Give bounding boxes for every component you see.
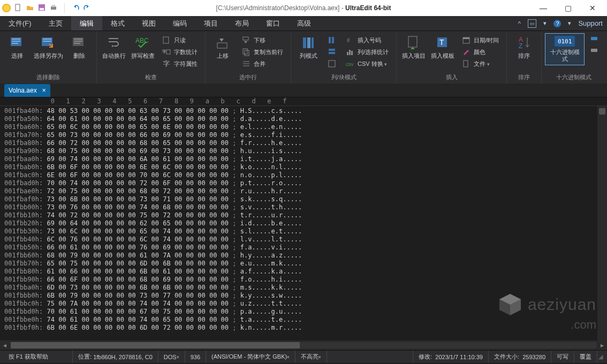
datetime-button[interactable]: 日期/时间 <box>459 35 502 45</box>
file-tab-active[interactable]: Volna.aex × <box>4 84 50 97</box>
copy-current-line-button[interactable]: 复制当前行 <box>239 47 286 57</box>
open-file-icon[interactable] <box>26 3 34 12</box>
select-button[interactable]: 选择 <box>3 33 31 62</box>
hex-small-a[interactable] <box>587 35 602 45</box>
svg-rect-34 <box>347 52 348 55</box>
status-highlight[interactable]: 不高亮 <box>295 351 327 363</box>
hex-line[interactable]: 001fbba0h: 6D 00 73 00 00 00 00 00 6B 00… <box>4 284 597 292</box>
hex-line[interactable]: 001fbaa0h: 69 00 74 00 00 00 00 00 6A 00… <box>4 155 597 163</box>
dropdown-icon[interactable]: ▾ <box>541 19 549 28</box>
vertical-scrollbar[interactable] <box>597 106 607 340</box>
hex-line[interactable]: 001fbad0h: 70 00 74 00 00 00 00 00 72 00… <box>4 179 597 187</box>
merge-button[interactable]: 合并 <box>239 59 286 69</box>
ribbon-tab[interactable]: 项目 <box>195 16 226 31</box>
hex-editor[interactable]: 001fba40h: 48 00 53 00 00 00 00 00 63 00… <box>0 106 597 340</box>
ribbon-tab[interactable]: 文件(F) <box>0 16 40 31</box>
color-button[interactable]: 颜色 <box>459 47 502 57</box>
save-selection-as-button[interactable]: 选择另存为 <box>32 33 64 62</box>
scroll-right-icon[interactable]: ▸ <box>597 342 607 349</box>
dropdown2-icon[interactable]: ▾ <box>565 19 574 28</box>
collapse-ribbon-icon[interactable]: ^ <box>515 19 523 28</box>
hex-line[interactable]: 001fba90h: 68 00 75 00 00 00 00 00 69 00… <box>4 147 597 155</box>
help-icon[interactable]: ? <box>553 20 561 27</box>
hex-line[interactable]: 001fbb30h: 73 00 6C 00 00 00 00 00 65 00… <box>4 228 597 236</box>
small-icon-c[interactable] <box>324 59 339 69</box>
ribbon-tab[interactable]: 窗口 <box>257 16 289 31</box>
delete-button[interactable]: 删除 <box>65 33 93 62</box>
hex-line[interactable]: 001fbae0h: 72 00 75 00 00 00 00 00 68 00… <box>4 187 597 195</box>
redo-icon[interactable] <box>83 3 92 12</box>
small-icon-b[interactable] <box>324 47 339 57</box>
hex-line[interactable]: 001fba70h: 65 00 73 00 00 00 00 00 66 00… <box>4 131 597 139</box>
status-modify: 修改: 2023/1/7 11:10:39 <box>413 351 489 363</box>
status-overwrite[interactable]: 覆盖 <box>574 351 597 363</box>
hex-line[interactable]: 001fbaf0h: 73 00 6B 00 00 00 00 00 73 00… <box>4 195 597 203</box>
maximize-button[interactable]: ▢ <box>556 0 580 16</box>
hex-line[interactable]: 001fbb40h: 6C 00 76 00 00 00 00 00 6C 00… <box>4 236 597 244</box>
hex-line[interactable]: 001fbb20h: 69 00 64 00 00 00 00 00 62 00… <box>4 219 597 228</box>
quick-access-toolbar <box>14 3 92 13</box>
ribbon-tab[interactable]: 编辑 <box>71 16 102 31</box>
hex-line[interactable]: 001fbb80h: 61 00 66 00 00 00 00 00 6B 00… <box>4 268 597 276</box>
undo-icon[interactable] <box>71 3 80 12</box>
fontprop-button[interactable]: 字 字符属性 <box>159 59 201 69</box>
minimize-button[interactable]: — <box>531 0 556 16</box>
horizontal-scrollbar[interactable]: ◂ ▸ <box>0 340 607 350</box>
status-write[interactable]: 可写 <box>551 351 574 363</box>
ribbon-tab[interactable]: 视图 <box>133 16 164 31</box>
hex-line[interactable]: 001fba60h: 65 00 6C 00 00 00 00 00 65 00… <box>4 123 597 131</box>
hex-line[interactable]: 001fba80h: 66 00 72 00 00 00 00 00 68 00… <box>4 139 597 147</box>
status-encoding[interactable]: (ANSI/OEM - 简体中文 GBK) <box>206 351 295 363</box>
hex-line[interactable]: 001fbb60h: 68 00 79 00 00 00 00 00 61 00… <box>4 252 597 260</box>
hex-line[interactable]: 001fbbf0h: 6B 00 6E 00 00 00 00 00 6D 00… <box>4 324 597 332</box>
close-button[interactable]: ✕ <box>580 0 605 16</box>
ribbon-tab[interactable]: 高级 <box>289 16 320 31</box>
hex-line[interactable]: 001fba40h: 48 00 53 00 00 00 00 00 63 00… <box>4 107 597 115</box>
spellcheck-button[interactable]: ABC 拼写检查 <box>129 33 157 62</box>
insert-number-button[interactable]: # 插入号码 <box>343 35 392 45</box>
hex-line[interactable]: 001fbbe0h: 74 00 61 00 00 00 00 00 74 00… <box>4 316 597 324</box>
column-select-stat-button[interactable]: 列/选择统计 <box>343 47 392 57</box>
insert-item-button[interactable]: 插入项目 <box>400 33 428 62</box>
layout-icon[interactable]: ▭ <box>528 19 536 28</box>
hex-small-b[interactable] <box>587 47 602 57</box>
ribbon-tab[interactable]: 主页 <box>40 16 71 31</box>
hex-line[interactable]: 001fbb50h: 66 00 61 00 00 00 00 00 76 00… <box>4 244 597 252</box>
autowrap-button[interactable]: 自动换行 <box>100 33 128 62</box>
hex-line[interactable]: 001fbab0h: 6B 00 6F 00 00 00 00 00 6E 00… <box>4 163 597 171</box>
status-eol[interactable]: DOS <box>158 351 185 363</box>
hex-line[interactable]: 001fbac0h: 6E 00 6F 00 00 00 00 00 70 00… <box>4 171 597 179</box>
csv-convert-button[interactable]: CSV CSV 转换 <box>343 59 392 69</box>
hex-line[interactable]: 001fbb10h: 74 00 72 00 00 00 00 00 75 00… <box>4 211 597 219</box>
ribbon-tab[interactable]: 编码 <box>164 16 195 31</box>
hex-line[interactable]: 001fba50h: 64 00 61 00 00 00 00 00 64 00… <box>4 115 597 123</box>
close-tab-icon[interactable]: × <box>42 87 46 94</box>
sort-button[interactable]: AZ 排序 <box>510 33 538 62</box>
scrollbar-thumb[interactable] <box>599 108 605 115</box>
wordcount-button[interactable]: 字 字数统计 <box>159 47 201 57</box>
readonly-button[interactable]: 只读 <box>159 35 201 45</box>
scroll-left-icon[interactable]: ◂ <box>0 342 10 349</box>
column-mode-button[interactable]: 列模式 <box>294 33 322 62</box>
support-link[interactable]: Support <box>578 19 603 27</box>
scroll-thumb[interactable] <box>11 342 300 348</box>
hex-line[interactable]: 001fbb00h: 73 00 76 00 00 00 00 00 74 00… <box>4 203 597 211</box>
moveup-button[interactable]: 上移 <box>209 33 237 62</box>
hex-line[interactable]: 001fbb70h: 65 00 75 00 00 00 00 00 6D 00… <box>4 260 597 268</box>
ribbon-tab[interactable]: 格式 <box>102 16 133 31</box>
print-icon[interactable] <box>49 3 58 12</box>
scroll-track[interactable] <box>11 342 596 348</box>
insert-template-button[interactable]: T 插入模板 <box>429 33 457 62</box>
file-insert-button[interactable]: 文件 <box>459 59 502 69</box>
hex-line[interactable]: 001fbbb0h: 6B 00 79 00 00 00 00 00 73 00… <box>4 292 597 300</box>
movedown-button[interactable]: 下移 <box>239 35 286 45</box>
status-resize-grip[interactable]: ◢ <box>597 351 604 363</box>
hex-line[interactable]: 001fbb90h: 66 00 6F 00 00 00 00 00 68 00… <box>4 276 597 284</box>
hex-line[interactable]: 001fbbd0h: 70 00 61 00 00 00 00 00 67 00… <box>4 308 597 316</box>
hex-line[interactable]: 001fbbc0h: 75 00 7A 00 00 00 00 00 74 00… <box>4 300 597 308</box>
hex-mode-button[interactable]: 0101 十六进制模式 <box>545 33 585 65</box>
new-file-icon[interactable] <box>14 3 22 12</box>
save-icon[interactable] <box>37 3 46 12</box>
ribbon-tab[interactable]: 布局 <box>226 16 257 31</box>
small-icon-a[interactable] <box>324 35 339 45</box>
